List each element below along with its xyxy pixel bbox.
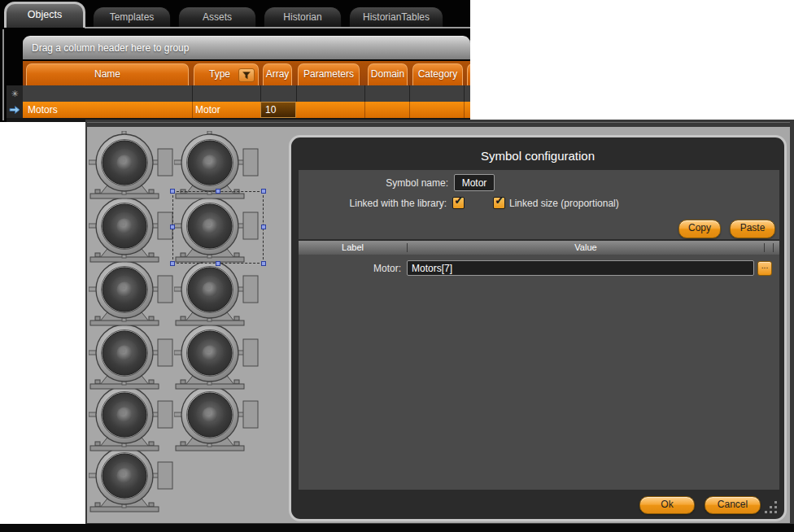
motor-symbol[interactable] [174,383,259,453]
tab-historiantables[interactable]: HistorianTables [349,7,443,28]
selection-handle[interactable] [261,225,266,229]
grid-header-row: Name Type Array Parameters Domain Catego… [23,61,470,85]
column-header-partial[interactable] [467,63,470,85]
cancel-button[interactable]: Cancel [705,496,761,514]
tab-templates[interactable]: Templates [93,7,171,28]
linked-library-label: Linked with the library: [302,198,447,209]
new-row-star-icon: ✳ [11,89,18,99]
motor-symbol[interactable] [89,194,173,264]
group-by-banner[interactable]: Drag a column header here to group [23,36,470,59]
selection-handle[interactable] [170,189,175,194]
parameter-label: Motor: [299,263,401,274]
column-header-type-label: Type [209,68,230,80]
motor-symbol[interactable] [174,258,259,328]
selection-handle[interactable] [261,261,266,266]
current-row-arrow-icon [9,105,20,115]
motor-canvas[interactable]: Symbol configuration Symbol name: Linked… [87,127,790,523]
symbol-name-input[interactable] [454,174,495,191]
tab-assets[interactable]: Assets [178,7,256,28]
motor-symbol[interactable] [174,321,259,391]
ok-button[interactable]: Ok [639,496,695,514]
parameter-table-panel: Label Value Motor: ... [299,241,779,490]
motor-symbol[interactable] [89,321,173,391]
object-explorer-window: Objects Templates Assets Historian Histo… [0,0,470,122]
linked-size-checkbox[interactable] [493,197,505,209]
tab-underline [85,27,470,28]
resize-grip[interactable] [761,497,777,513]
column-header-category[interactable]: Category [412,63,463,85]
selection-handle[interactable] [170,261,175,266]
motor-symbol[interactable] [89,444,173,514]
parameter-value-input[interactable] [407,260,754,276]
filter-funnel-icon [242,72,251,80]
label-column-header[interactable]: Label [299,241,407,255]
linked-library-checkbox[interactable] [452,197,465,209]
selection-handle[interactable] [216,261,220,266]
new-row-indicator: ✳ [7,85,23,102]
paste-button[interactable]: Paste [730,220,775,238]
window-frame-line [2,29,4,120]
column-header-array[interactable]: Array [263,63,292,85]
selection-handle[interactable] [261,189,266,194]
motor-symbol[interactable] [89,383,173,453]
tab-bar: Objects Templates Assets Historian Histo… [4,2,443,28]
linked-size-label: Linked size (proportional) [509,198,619,209]
screen: Objects Templates Assets Historian Histo… [0,0,794,532]
cell-type[interactable]: Motor [195,102,220,118]
filter-button[interactable] [238,68,255,82]
selection-handle[interactable] [170,225,175,229]
dialog-title: Symbol configuration [291,149,784,163]
tab-historian[interactable]: Historian [264,7,342,28]
column-header-type[interactable]: Type [194,63,259,85]
cell-name[interactable]: Motors [28,102,58,118]
tab-objects[interactable]: Objects [4,2,85,28]
symbol-configuration-dialog: Symbol configuration Symbol name: Linked… [289,135,787,521]
cell-array-selected[interactable]: 10 [260,102,296,118]
grid-row-new[interactable] [23,85,470,102]
browse-button[interactable]: ... [757,261,772,276]
screen-bottom-edge [0,524,794,532]
parameter-table-header: Label Value [299,241,779,255]
column-header-name[interactable]: Name [26,63,189,85]
column-header-domain[interactable]: Domain [368,63,408,85]
current-row-indicator [7,102,23,118]
copy-button[interactable]: Copy [678,220,721,238]
row-indicator-column: ✳ [7,85,23,118]
selection-handle[interactable] [216,189,220,194]
value-column-header[interactable]: Value [407,241,765,255]
editor-window: Symbol configuration Symbol name: Linked… [85,120,794,524]
motor-symbol[interactable] [89,131,173,201]
motor-symbol[interactable] [89,258,173,328]
column-header-parameters[interactable]: Parameters [298,63,360,85]
grid-row-motors[interactable]: Motors Motor 10 [23,102,470,118]
symbol-name-label: Symbol name: [302,177,448,189]
selection-box[interactable] [172,191,264,264]
